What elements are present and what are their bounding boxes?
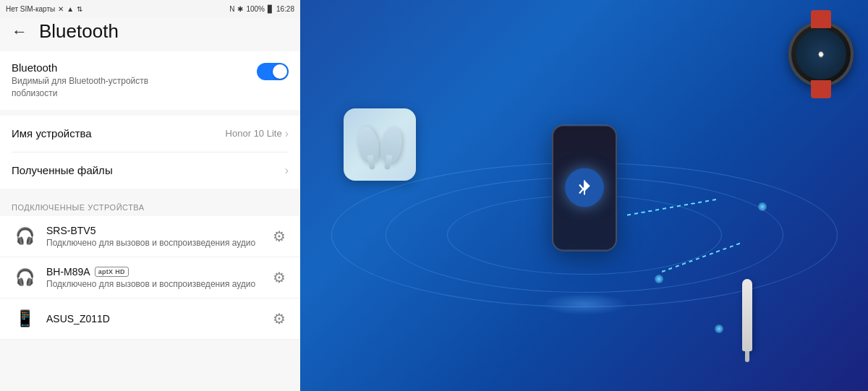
glow-dot-1 bbox=[655, 275, 663, 283]
device-name-row[interactable]: Имя устройства Honor 10 Lite › bbox=[0, 116, 300, 152]
status-left: Нет SIM-карты ✕ ▲ ⇅ bbox=[6, 5, 82, 13]
device-name-value: Honor 10 Lite › bbox=[226, 127, 289, 140]
device-settings-icon[interactable]: ⚙ bbox=[270, 266, 289, 289]
battery-icon: ▊ bbox=[268, 5, 273, 13]
bluetooth-settings-panel: Нет SIM-карты ✕ ▲ ⇅ N ✱ 100% ▊ 16:28 ← B… bbox=[0, 0, 300, 391]
received-files-label: Полученные файлы bbox=[12, 164, 113, 176]
device-settings-icon[interactable]: ⚙ bbox=[270, 225, 289, 248]
data-icon: ⇅ bbox=[77, 5, 82, 13]
watch-strap-top bbox=[811, 10, 831, 28]
earbuds-box bbox=[344, 108, 416, 181]
clock: 16:28 bbox=[276, 5, 294, 13]
device-settings-icon[interactable]: ⚙ bbox=[270, 307, 289, 330]
received-files-chevron: › bbox=[285, 164, 289, 177]
earbud-stem-right bbox=[384, 155, 392, 170]
device-name: ASUS_Z011D bbox=[46, 313, 270, 325]
glow-dot-3 bbox=[715, 325, 723, 333]
device-list-item[interactable]: 📱ASUS_Z011D⚙ bbox=[0, 298, 300, 340]
back-button[interactable]: ← bbox=[12, 22, 27, 41]
bluetooth-toggle-row: Bluetooth Видимый для Bluetooth-устройст… bbox=[0, 51, 300, 110]
device-name-label: Имя устройства bbox=[12, 127, 92, 139]
device-list-item[interactable]: 🎧BH-M89AaptX HDПодключено для вызовов и … bbox=[0, 257, 300, 298]
bluetooth-toggle-section: Bluetooth Видимый для Bluetooth-устройст… bbox=[0, 51, 300, 110]
bluetooth-symbol bbox=[565, 168, 604, 207]
device-name-section: Имя устройства Honor 10 Lite › Полученны… bbox=[0, 116, 300, 189]
received-files-row[interactable]: Полученные файлы › bbox=[0, 152, 300, 189]
earbuds-device bbox=[344, 108, 416, 181]
bluetooth-toggle[interactable] bbox=[257, 63, 289, 80]
nfc-icon: N bbox=[229, 5, 234, 13]
signal-icon: ✕ bbox=[58, 5, 64, 13]
connected-devices-header: ПОДКЛЮЧЕННЫЕ УСТРОЙСТВА bbox=[0, 194, 300, 216]
device-list-item[interactable]: 🎧SRS-BTV5Подключено для вызовов и воспро… bbox=[0, 216, 300, 257]
bluetooth-status-icon: ✱ bbox=[237, 5, 243, 13]
center-phone bbox=[552, 124, 617, 251]
earbud-right bbox=[378, 125, 404, 164]
device-name: SRS-BTV5 bbox=[46, 225, 270, 236]
earbud-stem-left bbox=[367, 155, 375, 170]
watch-face: ⌚ bbox=[791, 25, 851, 84]
watch-strap-bottom bbox=[811, 80, 831, 98]
device-icon: 🎧 bbox=[12, 265, 38, 291]
status-right: N ✱ 100% ▊ 16:28 bbox=[229, 5, 294, 13]
sim-status: Нет SIM-карты bbox=[6, 5, 55, 13]
page-title: Bluetooth bbox=[39, 20, 119, 43]
earbud-left bbox=[355, 125, 381, 164]
bluetooth-visual-panel: ⌚ bbox=[300, 0, 868, 391]
pen-tip bbox=[745, 351, 749, 362]
bluetooth-sub-label: Видимый для Bluetooth-устройств поблизос… bbox=[12, 75, 171, 100]
connected-devices-section: ПОДКЛЮЧЕННЫЕ УСТРОЙСТВА 🎧SRS-BTV5Подключ… bbox=[0, 194, 300, 340]
smartwatch-device: ⌚ bbox=[788, 22, 854, 87]
pen-body bbox=[742, 279, 752, 351]
device-name-chevron: › bbox=[285, 127, 289, 140]
device-status: Подключено для вызовов и воспроизведения… bbox=[46, 279, 270, 289]
pen-device bbox=[742, 279, 752, 362]
bluetooth-label-block: Bluetooth Видимый для Bluetooth-устройст… bbox=[12, 61, 171, 100]
device-status: Подключено для вызовов и воспроизведения… bbox=[46, 238, 270, 248]
watch-body: ⌚ bbox=[788, 22, 854, 87]
device-info: BH-M89AaptX HDПодключено для вызовов и в… bbox=[46, 266, 270, 289]
bluetooth-main-label: Bluetooth bbox=[12, 61, 171, 74]
connected-devices-list: 🎧SRS-BTV5Подключено для вызовов и воспро… bbox=[0, 216, 300, 340]
device-info: SRS-BTV5Подключено для вызовов и воспрои… bbox=[46, 225, 270, 248]
status-bar: Нет SIM-карты ✕ ▲ ⇅ N ✱ 100% ▊ 16:28 bbox=[0, 0, 300, 17]
glow-dot-2 bbox=[758, 202, 767, 211]
aptx-badge: aptX HD bbox=[95, 267, 129, 277]
wifi-icon: ▲ bbox=[67, 5, 74, 13]
device-name: BH-M89AaptX HD bbox=[46, 266, 270, 278]
phone-glow bbox=[541, 293, 628, 315]
device-info: ASUS_Z011D bbox=[46, 313, 270, 325]
device-icon: 📱 bbox=[12, 306, 38, 332]
watch-inner: ⌚ bbox=[796, 29, 846, 80]
phone-body bbox=[552, 124, 617, 251]
device-icon: 🎧 bbox=[12, 223, 38, 249]
battery-level: 100% bbox=[246, 5, 265, 13]
